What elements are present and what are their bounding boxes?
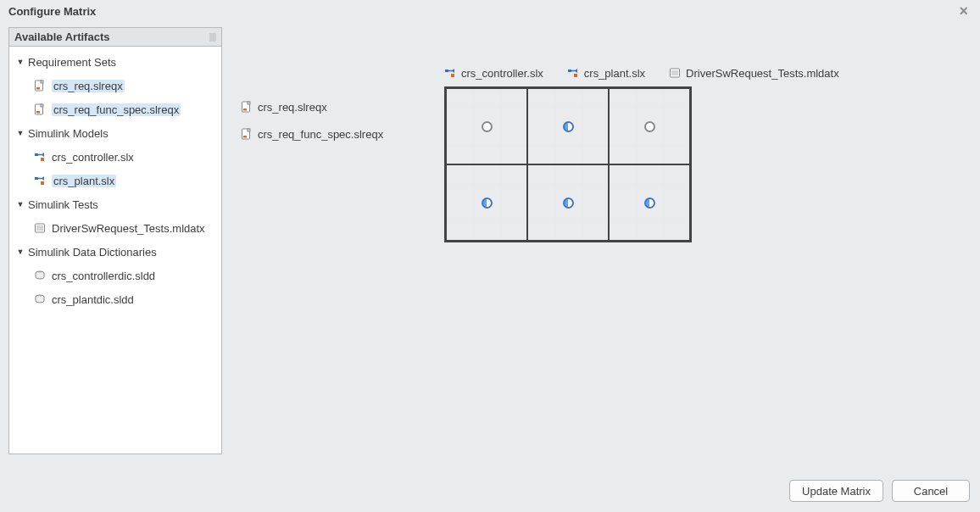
model-file-icon — [567, 67, 579, 79]
update-matrix-button[interactable]: Update Matrix — [789, 480, 883, 502]
tree-group[interactable]: ▼Simulink Data Dictionaries — [9, 240, 221, 264]
matrix-grid — [444, 86, 692, 242]
svg-rect-20 — [451, 74, 454, 77]
req-file-icon — [241, 101, 253, 113]
tree-group[interactable]: ▼Simulink Models — [9, 121, 221, 145]
matrix-row-label[interactable]: crs_req_func_spec.slreqx — [241, 125, 383, 142]
close-icon[interactable]: × — [955, 3, 972, 19]
tree-group[interactable]: ▼Simulink Tests — [9, 192, 221, 216]
dialog-footer: Update Matrix Cancel — [0, 473, 980, 512]
svg-rect-5 — [36, 111, 40, 114]
req-file-icon — [33, 103, 47, 116]
tree-item[interactable]: crs_req_func_spec.slreqx — [9, 97, 221, 121]
link-empty-icon — [644, 121, 655, 132]
tree-item-label: crs_controllerdic.sldd — [52, 270, 155, 282]
svg-rect-7 — [41, 181, 44, 185]
matrix-row-label[interactable]: crs_req.slreqx — [241, 98, 383, 115]
matrix-cell[interactable] — [527, 164, 609, 241]
dd-file-icon — [33, 269, 47, 282]
svg-rect-4 — [41, 104, 43, 107]
titlebar: Configure Matrix × — [0, 0, 980, 20]
available-artifacts-title: Available Artifacts — [14, 31, 109, 43]
cancel-button[interactable]: Cancel — [892, 480, 970, 502]
matrix-col-label[interactable]: DriverSwRequest_Tests.mldatx — [669, 64, 839, 81]
matrix-cell[interactable] — [527, 88, 609, 164]
dialog-title: Configure Matrix — [8, 5, 96, 18]
tree-group-label: Simulink Models — [28, 127, 109, 140]
scroll-hint — [209, 33, 216, 42]
chevron-down-icon: ▼ — [14, 246, 26, 258]
tree-item-label: crs_plant.slx — [52, 175, 116, 187]
artifact-tree[interactable]: ▼Requirement Setscrs_req.slreqxcrs_req_f… — [9, 47, 221, 314]
matrix-col-labels: crs_controller.slxcrs_plant.slxDriverSwR… — [444, 64, 839, 81]
tree-group-label: Simulink Tests — [28, 198, 98, 211]
matrix-col-label-text: DriverSwRequest_Tests.mldatx — [686, 67, 839, 80]
matrix-cell[interactable] — [446, 164, 527, 241]
svg-rect-16 — [243, 109, 247, 111]
chevron-down-icon: ▼ — [14, 56, 26, 68]
tree-item[interactable]: crs_plantdic.sldd — [9, 287, 221, 311]
available-artifacts-header: Available Artifacts — [9, 28, 221, 47]
svg-rect-6 — [41, 158, 44, 161]
link-half-icon — [644, 198, 655, 209]
tree-item[interactable]: crs_controllerdic.sldd — [9, 264, 221, 287]
matrix-col-label[interactable]: crs_controller.slx — [444, 64, 543, 81]
svg-rect-2 — [36, 87, 40, 90]
matrix-col-label-text: crs_controller.slx — [461, 67, 543, 80]
svg-rect-18 — [248, 129, 250, 131]
link-empty-icon — [482, 121, 493, 132]
matrix-row-label-text: crs_req_func_spec.slreqx — [258, 128, 383, 141]
test-file-icon — [669, 67, 681, 79]
tree-item-label: crs_controller.slx — [52, 151, 134, 164]
dd-file-icon — [33, 292, 47, 306]
chevron-down-icon: ▼ — [14, 127, 26, 139]
matrix-cell[interactable] — [609, 164, 690, 241]
req-file-icon — [33, 79, 47, 92]
tree-item[interactable]: DriverSwRequest_Tests.mldatx — [9, 216, 221, 240]
link-half-icon — [563, 198, 574, 209]
tree-item-label: crs_req.slreqx — [52, 80, 125, 92]
matrix-col-label-text: crs_plant.slx — [584, 67, 645, 80]
svg-rect-1 — [41, 81, 43, 83]
model-file-icon — [33, 174, 47, 187]
tree-group[interactable]: ▼Requirement Sets — [9, 50, 221, 74]
tree-item[interactable]: crs_controller.slx — [9, 145, 221, 169]
tree-item-label: crs_req_func_spec.slreqx — [52, 103, 181, 116]
test-file-icon — [33, 221, 47, 235]
matrix-col-label[interactable]: crs_plant.slx — [567, 64, 645, 81]
svg-rect-21 — [574, 74, 577, 77]
tree-item[interactable]: crs_plant.slx — [9, 169, 221, 192]
link-half-icon — [563, 121, 574, 132]
tree-group-label: Requirement Sets — [28, 56, 116, 69]
svg-rect-19 — [243, 136, 247, 138]
svg-rect-15 — [248, 102, 250, 104]
matrix-row-labels: crs_req.slreqxcrs_req_func_spec.slreqx — [241, 98, 383, 142]
tree-item-label: crs_plantdic.sldd — [52, 293, 134, 306]
model-file-icon — [33, 150, 47, 164]
tree-item[interactable]: crs_req.slreqx — [9, 74, 221, 97]
link-half-icon — [482, 198, 493, 209]
model-file-icon — [444, 67, 456, 79]
req-file-icon — [241, 128, 253, 140]
chevron-down-icon: ▼ — [14, 198, 26, 210]
matrix-area: crs_req.slreqxcrs_req_func_spec.slreqx c… — [241, 27, 972, 471]
matrix-cell[interactable] — [446, 88, 527, 164]
matrix-row-label-text: crs_req.slreqx — [258, 101, 327, 114]
tree-item-label: DriverSwRequest_Tests.mldatx — [52, 222, 205, 235]
tree-group-label: Simulink Data Dictionaries — [28, 246, 157, 259]
available-artifacts-panel: Available Artifacts ▼Requirement Setscrs… — [8, 27, 222, 454]
matrix-cell[interactable] — [609, 88, 690, 164]
